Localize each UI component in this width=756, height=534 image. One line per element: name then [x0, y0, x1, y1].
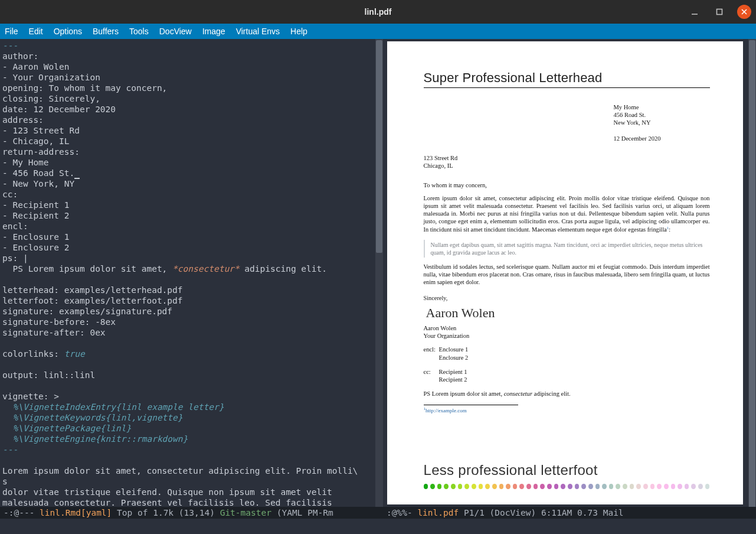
modeline-left: -:@--- linl.Rmd[yaml] Top of 1.7k (13,14… — [0, 507, 383, 519]
letterhead-title: Super Professional Letterhead — [424, 70, 710, 88]
docview-pane[interactable]: Super Professional Letterhead My Home 45… — [383, 39, 756, 507]
svg-rect-0 — [717, 9, 722, 15]
editor-scrollbar[interactable] — [375, 39, 383, 507]
cc-block: cc:Recipient 1Recipient 2 — [424, 368, 710, 384]
text-cursor — [74, 168, 80, 179]
menu-tools[interactable]: Tools — [129, 27, 149, 36]
dot-icon — [623, 484, 627, 489]
dot-icon — [519, 484, 524, 489]
maximize-button[interactable] — [712, 5, 726, 19]
dot-icon — [437, 484, 442, 489]
dot-icon — [657, 484, 662, 489]
dot-icon — [485, 484, 490, 489]
minibuffer[interactable] — [0, 519, 756, 534]
dot-icon — [472, 484, 476, 489]
dot-icon — [664, 484, 669, 489]
window-controls — [688, 5, 751, 19]
signature-image: Aaron Wolen — [426, 305, 710, 321]
dot-icon — [499, 484, 504, 489]
return-address: My Home 456 Road St. New York, NY 12 Dec… — [614, 103, 710, 143]
dot-icon — [451, 484, 456, 489]
encl-block: encl:Enclosure 1Enclosure 2 — [424, 346, 710, 362]
dot-icon — [561, 484, 565, 489]
window-title: linl.pdf — [365, 7, 392, 17]
letter-opening: To whom it may concern, — [424, 181, 710, 189]
dot-icon — [650, 484, 655, 489]
dot-icon — [685, 484, 689, 489]
modeline: -:@--- linl.Rmd[yaml] Top of 1.7k (13,14… — [0, 507, 756, 519]
dot-icon — [424, 484, 428, 489]
dot-icon — [479, 484, 483, 489]
menubar: File Edit Options Buffers Tools DocView … — [0, 24, 756, 39]
menu-image[interactable]: Image — [202, 27, 225, 36]
dot-icon — [691, 484, 696, 489]
dot-icon — [464, 484, 469, 489]
menu-edit[interactable]: Edit — [29, 27, 43, 36]
dot-icon — [547, 484, 552, 489]
footnote-1: 1http://example.com — [424, 406, 710, 414]
dot-icon — [568, 484, 572, 489]
dot-icon — [444, 484, 449, 489]
dot-icon — [506, 484, 510, 489]
editor-pane[interactable]: --- author: - Aaron Wolen - Your Organiz… — [0, 39, 383, 507]
letterfoot-dots — [424, 484, 710, 489]
dot-icon — [534, 484, 538, 489]
dot-icon — [630, 484, 634, 489]
dot-icon — [609, 484, 614, 489]
ps-line: PS Lorem ipsum dolor sit amet, consectet… — [424, 390, 710, 398]
workspace: --- author: - Aaron Wolen - Your Organiz… — [0, 39, 756, 507]
dot-icon — [575, 484, 580, 489]
dot-icon — [616, 484, 620, 489]
from-block: Aaron Wolen Your Organization — [424, 324, 710, 340]
letter-closing: Sincerely, — [424, 295, 710, 302]
dot-icon — [458, 484, 463, 489]
scrollbar-thumb[interactable] — [749, 40, 755, 507]
menu-options[interactable]: Options — [54, 27, 82, 36]
dot-icon — [588, 484, 593, 489]
letterfoot: Less professional letterfoot — [424, 461, 710, 489]
to-address: 123 Street Rd Chicago, IL — [424, 154, 710, 170]
letter-paragraph-1: Lorem ipsum dolor sit amet, consectetur … — [424, 195, 710, 234]
docview-scrollbar[interactable] — [748, 39, 756, 507]
menu-virtual-envs[interactable]: Virtual Envs — [236, 27, 280, 36]
menu-help[interactable]: Help — [290, 27, 307, 36]
dot-icon — [602, 484, 607, 489]
dot-icon — [513, 484, 518, 489]
dot-icon — [526, 484, 531, 489]
letter-blockquote: Nullam eget dapibus quam, sit amet sagit… — [424, 240, 710, 258]
footnote-link[interactable]: http://example.com — [426, 408, 467, 413]
menu-buffers[interactable]: Buffers — [93, 27, 119, 36]
pdf-page: Super Professional Letterhead My Home 45… — [387, 41, 743, 504]
menu-docview[interactable]: DocView — [159, 27, 192, 36]
titlebar: linl.pdf — [0, 0, 756, 24]
footnote-rule — [424, 405, 518, 405]
dot-icon — [705, 484, 710, 489]
letter-date: 12 December 2020 — [614, 135, 710, 142]
dot-icon — [540, 484, 545, 489]
editor-text[interactable]: --- author: - Aaron Wolen - Your Organiz… — [0, 39, 383, 507]
minimize-button[interactable] — [688, 5, 702, 19]
dot-icon — [554, 484, 559, 489]
dot-icon — [636, 484, 641, 489]
letter-paragraph-2: Vestibulum id sodales lectus, sed sceler… — [424, 263, 710, 286]
dot-icon — [643, 484, 648, 489]
dot-icon — [430, 484, 435, 489]
dot-icon — [581, 484, 586, 489]
modeline-right: :@%%- linl.pdf P1/1 (DocView) 6:11AM 0.7… — [383, 507, 756, 519]
dot-icon — [492, 484, 497, 489]
dot-icon — [595, 484, 600, 489]
dot-icon — [698, 484, 703, 489]
dot-icon — [671, 484, 676, 489]
dot-icon — [678, 484, 682, 489]
close-button[interactable] — [737, 5, 751, 19]
scrollbar-thumb[interactable] — [376, 40, 382, 253]
menu-file[interactable]: File — [5, 27, 18, 36]
